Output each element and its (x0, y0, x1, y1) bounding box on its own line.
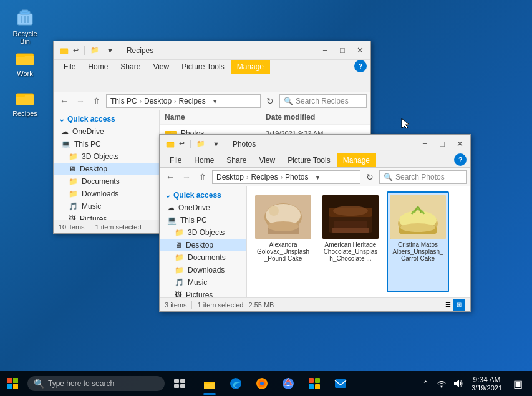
path-dropdown-btn[interactable]: ▼ (208, 94, 222, 108)
photos-sidebar-music-label: Music (188, 278, 207, 287)
ribbon-tab-picture-tools[interactable]: Picture Tools (175, 60, 230, 74)
photos-status-sep-1 (191, 301, 192, 309)
desktop-icon-work[interactable]: Work (5, 45, 45, 80)
desktop-icon-recycle-bin[interactable]: Recycle Bin (5, 5, 45, 47)
path-arrow-2: › (174, 98, 176, 105)
thumbnail-carrot-cake[interactable]: Cristina Matos Albers_Unsplash_Carrot Ca… (387, 191, 449, 292)
desktop-icon-recipes[interactable]: Recipes (5, 85, 45, 120)
help-button[interactable]: ? (354, 60, 367, 72)
photos-sidebar-pictures[interactable]: 🖼 Pictures (160, 289, 246, 297)
taskbar-search[interactable]: 🔍 Type here to search (27, 376, 165, 391)
taskbar-app-edge[interactable] (223, 371, 248, 396)
photos-sidebar-desktop[interactable]: 🖥 Desktop (160, 239, 246, 251)
thumb-label-carrot-cake: Cristina Matos Albers_Unsplash_Carrot Ca… (390, 241, 445, 262)
thumbnail-chocolate[interactable]: American Heritage Chocolate_Unsplash_Cho… (319, 191, 382, 292)
photos-qat-undo-btn[interactable]: ↩ (176, 138, 188, 149)
photos-ribbon-tab-home[interactable]: Home (188, 153, 220, 167)
sidebar-downloads[interactable]: 📁 Downloads (54, 188, 159, 200)
svg-rect-71 (335, 379, 346, 388)
photos-nav-up-btn[interactable]: ⇧ (196, 170, 210, 184)
photos-ribbon-tab-manage[interactable]: Manage (337, 153, 376, 167)
photos-maximize-btn[interactable]: □ (434, 138, 450, 150)
photos-explorer-window: ↩ 📁 ▼ Photos − □ ✕ File Home Share View … (159, 134, 471, 312)
sidebar-onedrive[interactable]: ☁ OneDrive (54, 125, 159, 138)
tray-volume-icon[interactable] (450, 371, 465, 396)
sidebar-3d-objects[interactable]: 📁 3D Objects (54, 150, 159, 163)
photos-sidebar-this-pc[interactable]: 💻 This PC (160, 214, 246, 226)
task-view-button[interactable] (167, 371, 192, 396)
recycle-bin-label: Recycle Bin (7, 30, 42, 45)
taskbar-app-chrome[interactable] (276, 371, 301, 396)
view-toggle-list-btn[interactable]: ☰ (442, 299, 453, 311)
path-this-pc[interactable]: This PC (110, 97, 137, 105)
start-button[interactable] (0, 371, 25, 396)
photos-sidebar-3d-objects[interactable]: 📁 3D Objects (160, 226, 246, 239)
tray-chevron-icon[interactable]: ⌃ (418, 371, 433, 396)
photos-refresh-btn[interactable]: ↻ (363, 170, 377, 184)
photos-ribbon-tab-view[interactable]: View (253, 153, 281, 167)
photos-path-photos[interactable]: Photos (285, 173, 308, 181)
recipes-item-count: 10 items (59, 223, 85, 231)
qat-dropdown-btn[interactable]: ▼ (104, 46, 117, 56)
photos-sidebar-onedrive[interactable]: ☁ OneDrive (160, 201, 246, 214)
view-toggle-grid-btn[interactable]: ⊞ (453, 299, 465, 311)
ribbon-tab-manage[interactable]: Manage (231, 60, 270, 74)
photos-sidebar-quick-access[interactable]: ⌄ Quick access (160, 189, 246, 201)
recipes-search-placeholder: Search Recipes (296, 97, 349, 105)
nav-up-btn[interactable]: ⇧ (90, 94, 104, 108)
ribbon-tab-view[interactable]: View (147, 60, 175, 74)
photos-nav-back-btn[interactable]: ← (163, 170, 177, 184)
taskbar-app-mail[interactable] (328, 371, 353, 396)
thumbnail-pound-cake[interactable]: Alexandra Golovac_Unsplash_Pound Cake (252, 191, 314, 292)
photos-search-box[interactable]: 🔍 Search Photos (379, 170, 467, 184)
photos-sidebar-documents[interactable]: 📁 Documents (160, 251, 246, 264)
address-path[interactable]: This PC › Desktop › Recipes ▼ (106, 94, 261, 108)
path-desktop[interactable]: Desktop (144, 97, 172, 105)
sidebar-pictures[interactable]: 🖼 Pictures (54, 213, 159, 220)
col-header-date[interactable]: Date modified (266, 113, 365, 122)
photos-sidebar-3d-objects-label: 3D Objects (188, 228, 225, 237)
recipes-search-box[interactable]: 🔍 Search Recipes (279, 94, 367, 108)
ribbon-tab-file[interactable]: File (57, 60, 82, 74)
sidebar-music[interactable]: 🎵 Music (54, 200, 159, 213)
photos-minimize-btn[interactable]: − (417, 138, 433, 150)
recipes-minimize-btn[interactable]: − (317, 44, 333, 57)
col-header-name[interactable]: Name (165, 113, 266, 122)
path-recipes[interactable]: Recipes (178, 97, 205, 105)
photos-qat-dropdown-btn[interactable]: ▼ (210, 139, 223, 149)
photos-nav-forward-btn[interactable]: → (180, 170, 193, 184)
photos-help-button[interactable]: ? (454, 153, 467, 166)
system-clock[interactable]: 9:34 AM 3/19/2021 (467, 371, 507, 396)
sidebar-this-pc[interactable]: 💻 This PC (54, 138, 159, 150)
taskbar-app-file-explorer[interactable] (197, 371, 222, 396)
taskbar-app-firefox[interactable] (249, 371, 274, 396)
sidebar-quick-access[interactable]: ⌄ Quick access (54, 113, 159, 125)
ribbon-tab-share[interactable]: Share (114, 60, 147, 74)
photos-ribbon-tab-picture-tools[interactable]: Picture Tools (281, 153, 336, 167)
photos-path-dropdown-btn[interactable]: ▼ (311, 170, 324, 184)
photos-ribbon-tab-file[interactable]: File (163, 153, 188, 167)
recipes-close-btn[interactable]: ✕ (352, 44, 368, 57)
tray-network-icon[interactable] (434, 371, 449, 396)
photos-sidebar-downloads[interactable]: 📁 Downloads (160, 264, 246, 276)
photos-qat-new-folder-btn[interactable]: 📁 (193, 138, 208, 149)
photos-folder-pictures-icon: 🖼 (175, 291, 182, 297)
photos-close-btn[interactable]: ✕ (452, 138, 468, 150)
refresh-btn[interactable]: ↻ (263, 94, 277, 108)
recipes-maximize-btn[interactable]: □ (334, 44, 351, 57)
photos-path-recipes[interactable]: Recipes (251, 173, 278, 181)
nav-back-btn[interactable]: ← (57, 94, 71, 108)
qat-new-folder-btn[interactable]: 📁 (87, 45, 102, 56)
nav-forward-btn[interactable]: → (74, 94, 87, 108)
photos-ribbon-tab-share[interactable]: Share (220, 153, 253, 167)
chevron-icon: ⌄ (59, 115, 65, 123)
sidebar-desktop[interactable]: 🖥 Desktop (54, 163, 159, 175)
notification-center-btn[interactable]: ▣ (508, 371, 527, 396)
photos-path-desktop[interactable]: Desktop (216, 173, 244, 181)
ribbon-tab-home[interactable]: Home (82, 60, 114, 74)
sidebar-documents[interactable]: 📁 Documents (54, 175, 159, 188)
qat-undo-btn[interactable]: ↩ (70, 45, 82, 56)
photos-address-path[interactable]: Desktop › Recipes › Photos ▼ (212, 170, 360, 184)
photos-sidebar-music[interactable]: 🎵 Music (160, 276, 246, 289)
taskbar-app-store[interactable] (302, 371, 327, 396)
